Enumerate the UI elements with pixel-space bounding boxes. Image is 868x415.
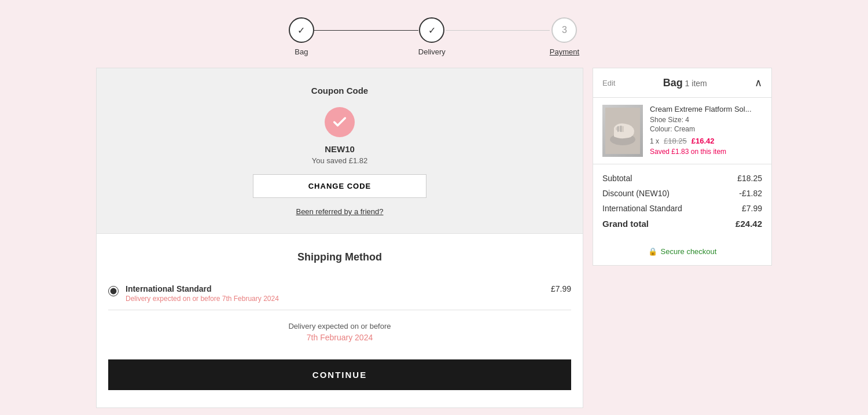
coupon-code: NEW10 [108, 144, 571, 154]
left-panel: Coupon Code NEW10 You saved £1.82 CHANGE… [96, 68, 583, 408]
order-summary: Edit Bag 1 item ∧ [593, 68, 772, 266]
coupon-saved: You saved £1.82 [108, 156, 571, 165]
product-colour: Colour: Cream [650, 125, 762, 133]
step-payment-circle: 3 [551, 17, 577, 43]
product-image [602, 105, 643, 157]
coupon-title: Coupon Code [108, 86, 571, 96]
shipping-date-pink: Delivery expected on or before 7th Febru… [126, 295, 544, 303]
step-delivery-label: Delivery [418, 47, 446, 56]
discount-value: -£1.82 [739, 189, 762, 198]
grand-total-row: Grand total £24.42 [602, 219, 762, 229]
main-content: Coupon Code NEW10 You saved £1.82 CHANGE… [87, 68, 781, 408]
delivery-date: 7th February 2024 [108, 333, 571, 342]
lock-icon: 🔒 [648, 247, 657, 256]
product-original-price: £18.25 [664, 137, 687, 145]
subtotal-label: Subtotal [602, 174, 632, 183]
summary-title: Bag [663, 77, 683, 89]
shipping-option-international[interactable]: International Standard Delivery expected… [108, 277, 571, 310]
coupon-section: Coupon Code NEW10 You saved £1.82 CHANGE… [96, 68, 583, 234]
product-item: Cream Extreme Flatform Sol... Shoe Size:… [602, 105, 762, 157]
product-saved: Saved £1.83 on this item [650, 148, 762, 156]
coupon-check-icon [325, 107, 355, 137]
product-name: Cream Extreme Flatform Sol... [650, 105, 762, 113]
discount-label: Discount (NEW10) [602, 189, 670, 198]
discount-row: Discount (NEW10) -£1.82 [602, 189, 762, 198]
order-totals: Subtotal £18.25 Discount (NEW10) -£1.82 … [593, 164, 771, 238]
collapse-button[interactable]: ∧ [755, 76, 762, 89]
right-panel: Edit Bag 1 item ∧ [593, 68, 772, 408]
step-payment-label: Payment [550, 47, 579, 56]
edit-link[interactable]: Edit [602, 79, 615, 87]
continue-button[interactable]: CONTINUE [108, 359, 571, 390]
checkmark-icon [332, 114, 348, 130]
summary-count: 1 item [685, 79, 707, 88]
shipping-info: International Standard Delivery expected… [126, 284, 544, 303]
step-payment: 3 Payment [550, 17, 579, 56]
product-list: Cream Extreme Flatform Sol... Shoe Size:… [593, 98, 771, 164]
shipping-total-row: International Standard £7.99 [602, 204, 762, 213]
delivery-expected: Delivery expected on or before 7th Febru… [108, 322, 571, 342]
grand-total-value: £24.42 [735, 219, 762, 229]
step-bag: ✓ Bag [289, 17, 314, 56]
shipping-price: £7.99 [551, 284, 571, 293]
product-details: Cream Extreme Flatform Sol... Shoe Size:… [650, 105, 762, 157]
product-discounted-price: £16.42 [692, 137, 715, 145]
grand-total-label: Grand total [602, 219, 649, 229]
secure-checkout-label: Secure checkout [661, 247, 717, 256]
step-bag-label: Bag [295, 47, 308, 56]
step-delivery: ✓ Delivery [418, 17, 446, 56]
product-shoe-size: Shoe Size: 4 [650, 116, 762, 124]
shipping-total-label: International Standard [602, 204, 682, 213]
change-code-button[interactable]: CHANGE CODE [253, 174, 426, 198]
product-qty: 1 x [650, 137, 659, 145]
shipping-section: Shipping Method International Standard D… [96, 234, 583, 408]
step-delivery-circle: ✓ [419, 17, 444, 43]
step-bag-circle: ✓ [289, 17, 314, 43]
secure-checkout: 🔒 Secure checkout [593, 238, 771, 265]
summary-header: Edit Bag 1 item ∧ [593, 68, 771, 98]
shipping-radio-international[interactable] [108, 286, 119, 296]
summary-title-group: Bag 1 item [663, 77, 707, 89]
subtotal-row: Subtotal £18.25 [602, 174, 762, 183]
shipping-total-value: £7.99 [742, 204, 762, 213]
step-line-1 [314, 30, 418, 31]
product-price-row: 1 x £18.25 £16.42 [650, 137, 762, 145]
step-line-2 [446, 30, 550, 31]
refer-link[interactable]: Been referred by a friend? [108, 207, 571, 216]
subtotal-value: £18.25 [737, 174, 762, 183]
shipping-name: International Standard [126, 284, 544, 293]
product-image-svg [605, 108, 640, 154]
progress-bar: ✓ Bag ✓ Delivery 3 Payment [0, 0, 868, 68]
shipping-title: Shipping Method [108, 251, 571, 263]
